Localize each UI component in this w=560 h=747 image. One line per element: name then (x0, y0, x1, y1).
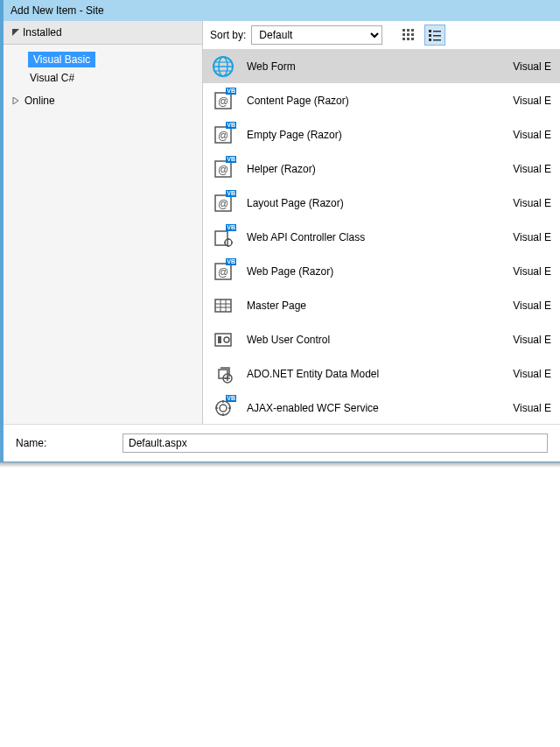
svg-point-29 (225, 239, 232, 246)
svg-rect-32 (215, 300, 231, 312)
tree-header-installed[interactable]: Installed (4, 21, 202, 45)
item-label: Layout Page (Razor) (247, 197, 513, 209)
svg-text:@: @ (218, 164, 228, 176)
item-label: Web Form (247, 60, 513, 73)
svg-point-39 (224, 337, 229, 342)
item-label: Web Page (Razor) (247, 265, 513, 278)
svg-rect-0 (402, 29, 405, 32)
svg-rect-6 (402, 38, 405, 40)
tree-items: Visual Basic Visual C# (4, 45, 202, 92)
svg-rect-8 (411, 38, 414, 40)
svg-rect-1 (407, 29, 410, 32)
svg-rect-5 (411, 33, 414, 36)
item-language: Visual E (513, 197, 551, 209)
sidebar: Installed Visual Basic Visual C# Online (4, 21, 203, 424)
svg-rect-11 (429, 34, 431, 37)
title-text: Add New Item - Site (10, 4, 104, 17)
item-label: Master Page (247, 300, 513, 312)
svg-rect-2 (411, 29, 414, 32)
item-label: Content Page (Razor) (247, 95, 513, 107)
svg-rect-14 (433, 39, 441, 41)
titlebar[interactable]: Add New Item - Site (4, 0, 560, 21)
item-language: Visual E (513, 231, 551, 243)
svg-text:@: @ (218, 266, 228, 278)
item-language: Visual E (513, 300, 551, 312)
globe-icon (212, 55, 234, 78)
dialog-content: Installed Visual Basic Visual C# Online … (4, 21, 560, 424)
item-row[interactable]: Master PageVisual E (203, 288, 560, 322)
svg-text:@: @ (218, 198, 228, 210)
list-view-icon (429, 29, 441, 41)
bottom-bar: Name: (4, 424, 560, 462)
svg-text:@: @ (218, 95, 228, 108)
view-list-button[interactable] (424, 25, 445, 46)
expand-arrow-icon (12, 97, 21, 104)
gear-vb-icon: VB (212, 226, 234, 249)
dialog-window: Add New Item - Site Installed Visual Bas… (0, 0, 560, 462)
svg-point-41 (216, 401, 230, 415)
name-input[interactable] (122, 433, 548, 453)
main-panel: Sort by: Default (203, 21, 560, 424)
at-vb-icon: @VB (212, 192, 234, 215)
sidebar-item-visual-basic[interactable]: Visual Basic (28, 52, 95, 67)
control-icon (212, 328, 234, 351)
sort-label: Sort by: (210, 29, 246, 41)
view-grid-button[interactable] (398, 25, 419, 46)
ajax-vb-icon: VB (212, 397, 234, 419)
item-row[interactable]: @VBLayout Page (Razor)Visual E (203, 186, 560, 220)
tree-header-label: Installed (23, 26, 62, 39)
item-language: Visual E (513, 368, 551, 380)
item-label: Helper (Razor) (247, 163, 513, 175)
svg-rect-9 (429, 30, 431, 32)
svg-rect-10 (433, 31, 441, 32)
item-list: Web FormVisual E@VBContent Page (Razor)V… (203, 49, 560, 424)
item-label: ADO.NET Entity Data Model (247, 368, 513, 380)
toolbar: Sort by: Default (203, 21, 560, 49)
item-row[interactable]: Web FormVisual E (203, 49, 560, 83)
svg-text:@: @ (218, 130, 228, 142)
svg-rect-3 (402, 33, 405, 36)
item-language: Visual E (513, 129, 551, 141)
at-vb-icon: @VB (212, 123, 234, 146)
item-language: Visual E (513, 95, 551, 107)
item-row[interactable]: @VBWeb Page (Razor)Visual E (203, 254, 560, 288)
grid-view-icon (402, 29, 415, 41)
svg-rect-38 (218, 336, 221, 343)
item-language: Visual E (513, 60, 551, 73)
at-vb-icon: @VB (212, 89, 234, 112)
item-row[interactable]: VBWeb API Controller ClassVisual E (203, 220, 560, 254)
collapse-arrow-icon (12, 29, 19, 36)
item-language: Visual E (513, 334, 551, 346)
item-language: Visual E (513, 163, 551, 175)
svg-rect-4 (407, 33, 410, 36)
grid-icon (212, 294, 234, 317)
svg-rect-13 (429, 39, 431, 41)
item-row[interactable]: ADO.NET Entity Data ModelVisual E (203, 356, 560, 391)
svg-point-42 (220, 405, 227, 412)
tree-node-online[interactable]: Online (4, 92, 202, 109)
item-row[interactable]: Web User ControlVisual E (203, 322, 560, 356)
empty-area (0, 468, 560, 713)
svg-rect-7 (407, 38, 410, 40)
entity-icon (212, 363, 234, 385)
item-label: AJAX-enabled WCF Service (247, 402, 513, 414)
name-label: Name: (16, 437, 112, 449)
item-language: Visual E (513, 402, 551, 414)
at-vb-icon: @VB (212, 260, 234, 283)
sidebar-item-visual-csharp[interactable]: Visual C# (4, 69, 202, 87)
sort-select[interactable]: Default (251, 25, 382, 45)
item-language: Visual E (513, 265, 551, 278)
item-label: Web API Controller Class (247, 231, 513, 243)
at-vb-icon: @VB (212, 158, 234, 180)
svg-rect-12 (433, 35, 441, 37)
item-row[interactable]: VBAJAX-enabled WCF ServiceVisual E (203, 391, 560, 424)
item-label: Web User Control (247, 334, 513, 346)
item-label: Empty Page (Razor) (247, 129, 513, 141)
item-row[interactable]: @VBHelper (Razor)Visual E (203, 152, 560, 186)
item-row[interactable]: @VBEmpty Page (Razor)Visual E (203, 117, 560, 152)
item-row[interactable]: @VBContent Page (Razor)Visual E (203, 83, 560, 117)
tree-node-label: Online (24, 95, 55, 107)
